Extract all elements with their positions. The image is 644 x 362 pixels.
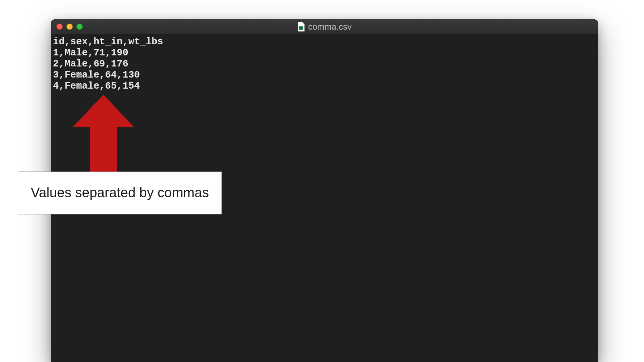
traffic-lights — [57, 24, 83, 30]
annotation-text: Values separated by commas — [31, 184, 209, 202]
svg-rect-1 — [299, 26, 303, 27]
annotation-box: Values separated by commas — [18, 172, 222, 214]
file-content[interactable]: id,sex,ht_in,wt_lbs 1,Male,71,190 2,Male… — [51, 34, 598, 94]
csv-line: id,sex,ht_in,wt_lbs — [53, 36, 163, 47]
minimize-icon[interactable] — [67, 24, 73, 30]
csv-line: 3,Female,64,130 — [53, 70, 140, 80]
csv-line: 1,Male,71,190 — [53, 48, 128, 58]
csv-line: 2,Male,69,176 — [53, 59, 128, 69]
close-icon[interactable] — [57, 24, 63, 30]
maximize-icon[interactable] — [77, 24, 83, 30]
csv-line: 4,Female,65,154 — [53, 81, 140, 91]
csv-file-icon — [297, 22, 304, 31]
title-area: comma.csv — [297, 22, 351, 32]
titlebar: comma.csv — [51, 19, 598, 34]
window-title: comma.csv — [308, 22, 351, 32]
